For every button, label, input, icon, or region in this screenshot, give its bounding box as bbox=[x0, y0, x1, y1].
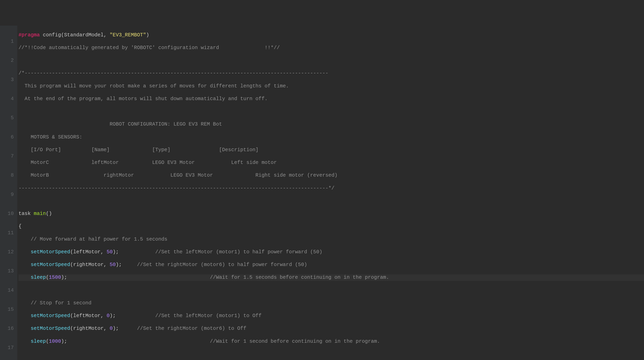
code-line[interactable]: sleep(1000); //Wait for 1 second before … bbox=[18, 338, 644, 345]
function-call: setMotorSpeed bbox=[30, 326, 70, 331]
number-literal: 50 bbox=[110, 262, 116, 268]
code-line[interactable]: task main() bbox=[18, 211, 644, 217]
line-number: 6 bbox=[2, 134, 14, 140]
line-number: 12 bbox=[2, 249, 14, 255]
comment: MotorB rightMotor LEGO EV3 Motor Right s… bbox=[18, 172, 338, 178]
line-number: 17 bbox=[2, 345, 14, 351]
comment: /*--------------------------------------… bbox=[18, 70, 328, 76]
comment: // Move forward at half power for 1.5 se… bbox=[18, 236, 167, 242]
comment: //Wait for 1.5 seconds before continuing… bbox=[210, 275, 389, 280]
comment: [I/O Port] [Name] [Type] [Description] bbox=[18, 147, 258, 153]
number-literal: 50 bbox=[106, 249, 113, 255]
code-line[interactable] bbox=[18, 287, 644, 294]
code-line[interactable]: ROBOT CONFIGURATION: LEGO EV3 REM Bot bbox=[18, 121, 644, 128]
comment: ROBOT CONFIGURATION: LEGO EV3 REM Bot bbox=[18, 121, 222, 127]
code-line[interactable]: This program will move your robot make a… bbox=[18, 83, 644, 89]
number-literal: 1500 bbox=[49, 275, 61, 280]
code-line[interactable]: setMotorSpeed(rightMotor, 50); //Set the… bbox=[18, 262, 644, 268]
code-line[interactable]: At the end of the program, all motors wi… bbox=[18, 96, 644, 102]
code-content[interactable]: #pragma config(StandardModel, "EV3_REMBO… bbox=[17, 26, 644, 360]
comment: // Stop for 1 second bbox=[18, 300, 91, 306]
line-number: 4 bbox=[2, 96, 14, 102]
line-number: 3 bbox=[2, 77, 14, 83]
function-call: setMotorSpeed bbox=[30, 262, 70, 268]
keyword: task bbox=[18, 211, 34, 217]
line-number: 13 bbox=[2, 268, 14, 274]
code-line[interactable]: MOTORS & SENSORS: bbox=[18, 134, 644, 140]
comment: //Wait for 1 second before continuing on… bbox=[210, 338, 380, 344]
code-line[interactable]: { bbox=[18, 223, 644, 230]
line-number: 1 bbox=[2, 38, 14, 45]
code-text: () bbox=[46, 211, 52, 217]
code-line[interactable]: sleep(1500); //Wait for 1.5 seconds befo… bbox=[18, 274, 644, 281]
number-literal: 1000 bbox=[49, 338, 61, 344]
line-number: 16 bbox=[2, 325, 14, 332]
pragma-directive: #pragma bbox=[18, 32, 40, 38]
line-number: 14 bbox=[2, 287, 14, 294]
line-number: 10 bbox=[2, 211, 14, 217]
code-line[interactable]: // Stop for 1 second bbox=[18, 300, 644, 306]
code-line[interactable]: MotorB rightMotor LEGO EV3 Motor Right s… bbox=[18, 172, 644, 179]
comment: //Set the rightMotor (motor6) to half po… bbox=[137, 262, 307, 268]
comment: This program will move your robot make a… bbox=[18, 83, 289, 89]
code-line[interactable]: [I/O Port] [Name] [Type] [Description] bbox=[18, 147, 644, 153]
function-call: sleep bbox=[30, 275, 46, 280]
code-line[interactable] bbox=[18, 58, 644, 64]
function-call: setMotorSpeed bbox=[30, 249, 70, 255]
comment: //Set the leftMotor (motor1) to half pow… bbox=[155, 249, 322, 255]
line-number: 15 bbox=[2, 306, 14, 313]
comment: //*!!Code automatically generated by 'RO… bbox=[18, 45, 280, 51]
code-line[interactable]: #pragma config(StandardModel, "EV3_REMBO… bbox=[18, 32, 644, 38]
code-line[interactable]: ----------------------------------------… bbox=[18, 185, 644, 192]
function-call: sleep bbox=[30, 338, 46, 344]
code-line[interactable]: setMotorSpeed(leftMotor, 50); //Set the … bbox=[18, 249, 644, 255]
number-literal: 0 bbox=[106, 313, 110, 319]
brace: { bbox=[18, 223, 22, 229]
line-number: 9 bbox=[2, 192, 14, 198]
code-line[interactable]: // Move forward at half power for 1.5 se… bbox=[18, 236, 644, 243]
function-call: setMotorSpeed bbox=[30, 313, 70, 319]
line-number: 8 bbox=[2, 172, 14, 179]
line-number-gutter: 1 2 3 4 5 6 7 8 9 10 11 12 13 14 15 16 1… bbox=[0, 26, 17, 360]
comment: ----------------------------------------… bbox=[18, 185, 334, 191]
code-line[interactable]: setMotorSpeed(leftMotor, 0); //Set the l… bbox=[18, 313, 644, 319]
code-text: ) bbox=[146, 32, 149, 38]
code-line[interactable]: MotorC leftMotor LEGO EV3 Motor Left sid… bbox=[18, 160, 644, 166]
code-text: config(StandardModel, bbox=[40, 32, 110, 38]
line-number: 11 bbox=[2, 230, 14, 236]
comment: At the end of the program, all motors wi… bbox=[18, 96, 268, 102]
string-literal: "EV3_REMBOT" bbox=[110, 32, 146, 38]
code-line[interactable] bbox=[18, 351, 644, 357]
line-number: 5 bbox=[2, 115, 14, 121]
code-line[interactable]: setMotorSpeed(rightMotor, 0); //Set the … bbox=[18, 325, 644, 332]
code-line[interactable] bbox=[18, 198, 644, 204]
code-line[interactable] bbox=[18, 109, 644, 115]
comment: //Set the leftMotor (motor1) to Off bbox=[155, 313, 262, 319]
comment: MOTORS & SENSORS: bbox=[18, 134, 82, 140]
code-line[interactable]: /*--------------------------------------… bbox=[18, 70, 644, 77]
line-number: 7 bbox=[2, 153, 14, 160]
code-line[interactable]: //*!!Code automatically generated by 'RO… bbox=[18, 45, 644, 51]
function-name: main bbox=[34, 211, 46, 217]
comment: MotorC leftMotor LEGO EV3 Motor Left sid… bbox=[18, 160, 277, 166]
line-number: 2 bbox=[2, 58, 14, 64]
comment: //Set the rightMotor (motor6) to Off bbox=[137, 326, 246, 331]
number-literal: 0 bbox=[110, 326, 112, 331]
code-editor[interactable]: 1 2 3 4 5 6 7 8 9 10 11 12 13 14 15 16 1… bbox=[0, 26, 644, 360]
